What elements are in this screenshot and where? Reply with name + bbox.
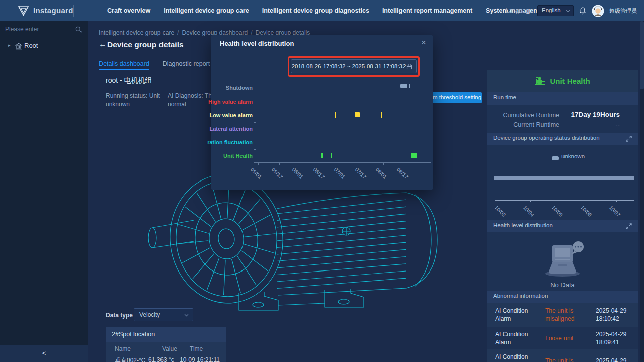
run-time-header: Run time	[487, 92, 638, 105]
sidebar-search[interactable]: Please enter	[0, 21, 88, 38]
mini-x-tick	[502, 200, 502, 202]
spot-col-header-time: Time	[190, 345, 203, 352]
x-axis-tick	[321, 162, 321, 165]
unit-health-icon	[535, 76, 546, 86]
abnormal-time: 2025-04-29 18:10:42	[596, 307, 636, 323]
notification-bell-icon[interactable]	[579, 7, 587, 15]
user-avatar[interactable]	[592, 5, 604, 17]
data-point-low-value-alarm	[335, 112, 336, 118]
data-type-label: Data type	[106, 312, 133, 319]
tree-caret-icon[interactable]: ▸	[8, 43, 11, 48]
spot-cell: 垂直002-°C	[115, 356, 145, 362]
abnormal-list: AI Condition AlarmThe unit is misaligned…	[487, 303, 638, 362]
status-bar	[494, 176, 634, 180]
unit-health-panel: Unit Health Run time Cumulative Runtime …	[487, 70, 638, 362]
abnormal-row-1: AI Condition AlarmLoose unit2025-04-29 1…	[487, 327, 638, 349]
tab-active-underline	[99, 69, 149, 70]
run-time-header-label: Run time	[493, 94, 516, 100]
cumulative-runtime-label: Cumulative Runtime	[503, 112, 559, 119]
language-select-value: English	[542, 7, 561, 13]
page-title: Device group details	[107, 40, 184, 49]
cumulative-runtime-value: 17Day 19Hours	[571, 111, 620, 118]
current-runtime-value: --	[615, 121, 620, 128]
mini-x-label-3: 10/06	[580, 204, 593, 218]
nav-item-1[interactable]: Intelligent device group care	[164, 7, 249, 14]
y-axis-tick	[254, 96, 256, 96]
y-axis-line	[256, 82, 256, 162]
scrollbar-thumb[interactable]	[640, 21, 644, 89]
mini-x-label-1: 10/04	[522, 204, 536, 218]
running-status: Running status: Unit unknown	[106, 92, 172, 109]
data-type-select-value: Velocity	[139, 311, 160, 318]
abnormal-row-0: AI Condition AlarmThe unit is misaligned…	[487, 303, 638, 327]
health-distribution-header: Health level distribution	[487, 220, 638, 232]
nav-item-2[interactable]: Intelligent device group diagnostics	[262, 7, 369, 14]
status-distribution-header-label: Device group operating status distributi…	[493, 135, 600, 141]
tree-item-label[interactable]: Root	[24, 42, 38, 49]
expand-icon[interactable]	[626, 136, 632, 142]
search-icon[interactable]	[75, 26, 82, 33]
language-select[interactable]: English	[537, 5, 574, 16]
health-distribution-header-label: Health level distribution	[493, 222, 553, 228]
brand-logo-icon	[17, 5, 30, 17]
nav-divider	[73, 5, 74, 17]
annotation-highlight-box	[288, 56, 420, 77]
tab-diagnostic-report[interactable]: Diagnostic report	[160, 60, 212, 67]
top-nav: Instaguard Craft overviewIntelligent dev…	[0, 0, 644, 21]
mini-x-tick	[530, 200, 531, 202]
x-axis-label-7: 08/17	[395, 166, 409, 180]
breadcrumb-item-0[interactable]: Intelligent device group care	[99, 29, 174, 36]
nav-item-3[interactable]: Intelligent report management	[382, 7, 472, 14]
language-label: Language	[506, 7, 532, 14]
alarm-threshold-setting-button[interactable]: m threshold setting	[432, 92, 482, 103]
data-point-low-value-alarm	[381, 112, 382, 118]
x-axis-label-4: 07/01	[333, 166, 347, 180]
data-type-select[interactable]: Velocity	[134, 308, 193, 321]
x-axis-tick	[405, 162, 405, 165]
collapse-chevron-icon[interactable]: <	[42, 349, 46, 357]
legend-swatch-unknown[interactable]	[552, 156, 559, 160]
x-axis-label-0: 05/01	[250, 166, 263, 180]
running-status-label: Running status:	[106, 92, 147, 99]
legend-label-unknown[interactable]: unknown	[561, 153, 585, 159]
panel-title-band: Unit Health	[487, 70, 638, 92]
chart-category-label-5: Unit Health	[223, 153, 253, 159]
tree-item-root[interactable]: ▸ Root	[0, 39, 88, 53]
scrollbar-track[interactable]	[640, 21, 644, 362]
chart-category-label-2: Low value alarm	[209, 112, 253, 118]
y-axis-tick	[254, 109, 256, 109]
current-runtime-label: Current Runtime	[513, 121, 559, 128]
x-axis-tick	[363, 162, 363, 165]
brand-name: Instaguard	[33, 0, 73, 21]
mini-x-label-0: 10/03	[494, 204, 507, 218]
back-button[interactable]: ←	[99, 40, 107, 49]
spot-location-title: 2#Spot location	[112, 331, 155, 338]
expand-icon[interactable]	[626, 223, 632, 229]
chart-category-label-1: High value alarm	[208, 99, 253, 105]
y-axis-tick	[254, 82, 256, 82]
no-data-illustration	[540, 240, 585, 278]
health-level-distribution-modal: Health level distribution × 2018-08-26 1…	[211, 35, 433, 190]
back-arrow-icon[interactable]: ←	[99, 40, 107, 48]
ai-diagnosis-label: AI Diagnosis:	[168, 92, 203, 99]
data-point-shutdown	[409, 84, 410, 88]
nav-item-0[interactable]: Craft overview	[107, 7, 150, 14]
spot-cell: 10-09 16:21:11	[180, 356, 220, 362]
y-axis-tick	[254, 149, 256, 150]
abnormal-time: 2025-04-29 18:09:41	[596, 330, 636, 346]
tab-details-dashboard[interactable]: Details dashboard	[99, 60, 149, 67]
mini-x-tick	[616, 200, 617, 202]
x-axis-label-5: 07/17	[354, 166, 367, 180]
spot-col-header-value: Value	[162, 345, 177, 352]
sidebar-collapse-bar[interactable]: <	[0, 345, 88, 362]
chart-category-label-4: ration fluctuation	[207, 139, 253, 145]
spot-location-header: 2#Spot location	[106, 327, 226, 342]
x-axis-label-2: 06/01	[291, 166, 305, 180]
status-distribution-chart: unknown 10/0310/0410/0510/0610/07	[487, 145, 638, 220]
no-data-label: No Data	[487, 281, 638, 289]
ai-diagnosis-value-2: normal	[168, 101, 186, 108]
user-name[interactable]: 超级管理员	[609, 7, 637, 15]
spot-location-card: 2#Spot location NameValueTime 垂直002-°C61…	[106, 327, 226, 362]
data-point-shutdown	[400, 84, 407, 88]
y-axis-tick	[254, 136, 256, 136]
